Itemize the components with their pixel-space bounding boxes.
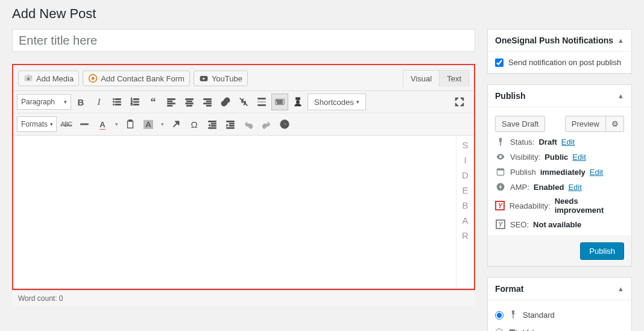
svg-rect-16 [168,99,175,100]
youtube-label: YouTube [212,74,242,83]
youtube-button[interactable]: YouTube [194,71,248,86]
svg-rect-47 [227,121,235,122]
tab-visual[interactable]: Visual [403,70,440,87]
add-contact-form-button[interactable]: Add Contact Bank Form [83,71,190,86]
yoast-seo-icon: Y [495,219,506,230]
camera-music-icon [24,74,33,83]
text-color-button[interactable]: A [94,116,111,133]
formats-select[interactable]: Formats▾ [17,116,57,132]
user-shortcode-button[interactable] [289,93,306,110]
svg-rect-15 [133,104,139,106]
undo-button[interactable] [240,116,257,133]
word-count-value: 0 [59,294,63,303]
preview-settings-button[interactable]: ⚙ [606,116,624,132]
publish-panel-header[interactable]: Publish▲ [488,85,631,107]
svg-rect-7 [115,99,121,100]
outdent-button[interactable] [204,116,221,133]
svg-rect-50 [227,127,235,128]
svg-point-5 [113,101,114,102]
paragraph-select[interactable]: Paragraph▾ [17,94,71,110]
svg-rect-8 [115,101,121,102]
edit-date-link[interactable]: Edit [590,168,603,177]
add-media-label: Add Media [36,74,74,83]
edit-amp-link[interactable]: Edit [568,183,581,192]
help-button[interactable]: ? [276,116,293,133]
save-draft-button[interactable]: Save Draft [495,116,545,132]
indent-button[interactable] [222,116,239,133]
pin-icon [508,309,518,321]
editor-footer: Word count: 0 [12,290,475,306]
svg-rect-22 [186,103,194,104]
svg-rect-54 [497,169,504,170]
italic-button[interactable]: I [90,93,107,110]
keyboard-toggle-button[interactable] [271,93,288,110]
edit-status-link[interactable]: Edit [561,137,575,147]
background-color-picker[interactable]: ▾ [158,116,166,133]
read-more-button[interactable] [253,93,270,110]
svg-rect-37 [277,102,283,104]
onesignal-panel-header[interactable]: OneSignal Push Notifications▲ [488,30,631,52]
svg-rect-45 [211,125,216,127]
format-standard[interactable]: Standard [495,306,624,324]
format-video[interactable]: Video [495,324,624,331]
svg-point-2 [92,77,95,80]
unlink-button[interactable] [235,93,252,110]
page-title: Add New Post [12,6,632,22]
youtube-icon [199,74,209,83]
svg-rect-27 [206,105,211,106]
sidebar-strip[interactable]: S I D E B A R [456,136,474,288]
align-left-button[interactable] [163,93,180,110]
svg-rect-14 [133,101,139,102]
contact-form-icon [88,74,98,83]
format-panel: Format▲ Standard Video [487,277,632,331]
text-color-picker[interactable]: ▾ [112,116,121,133]
bold-button[interactable]: B [72,93,89,110]
svg-rect-18 [168,103,175,104]
align-right-button[interactable] [199,93,216,110]
number-list-button[interactable]: 123 [127,93,144,110]
editor-content-area[interactable] [13,136,456,288]
shortcodes-button[interactable]: Shortcodes▾ [308,93,366,110]
svg-rect-21 [187,101,192,102]
pin-icon [495,136,506,147]
send-notification-checkbox[interactable]: Send notification on post publish [495,58,624,67]
editor-highlighted-zone: Add Media Add Contact Bank Form YouTube [12,64,475,290]
redo-button[interactable] [258,116,275,133]
svg-text:3: 3 [131,102,133,106]
svg-rect-40 [81,124,89,125]
svg-rect-42 [128,120,131,122]
collapse-icon: ▲ [617,37,624,44]
post-title-input[interactable] [12,29,475,52]
edit-visibility-link[interactable]: Edit [572,153,586,162]
svg-rect-43 [209,121,216,122]
svg-rect-34 [278,100,279,101]
svg-rect-9 [115,104,121,106]
clear-format-button[interactable] [168,116,185,133]
svg-rect-55 [499,168,500,169]
special-char-button[interactable]: Ω [186,116,203,133]
strikethrough-button[interactable]: ABC [58,116,75,133]
svg-rect-49 [229,125,234,127]
svg-rect-20 [186,99,194,100]
hr-button[interactable] [76,116,93,133]
background-color-button[interactable]: A [140,116,157,133]
svg-rect-23 [187,105,192,106]
preview-button[interactable]: Preview [565,116,606,132]
align-center-button[interactable] [181,93,198,110]
link-button[interactable] [217,93,234,110]
svg-rect-30 [258,101,266,102]
video-icon [508,327,518,331]
blockquote-button[interactable]: “ [145,93,162,110]
publish-button[interactable]: Publish [580,242,624,260]
bolt-icon [495,181,506,192]
bullet-list-button[interactable] [109,93,125,110]
collapse-icon: ▲ [617,92,624,99]
svg-rect-29 [258,98,266,99]
svg-rect-41 [128,121,133,128]
format-panel-header[interactable]: Format▲ [488,278,631,300]
fullscreen-button[interactable] [451,93,468,110]
paste-button[interactable] [122,116,139,133]
add-media-button[interactable]: Add Media [18,71,79,86]
tab-text[interactable]: Text [440,70,469,87]
svg-point-4 [113,98,114,99]
